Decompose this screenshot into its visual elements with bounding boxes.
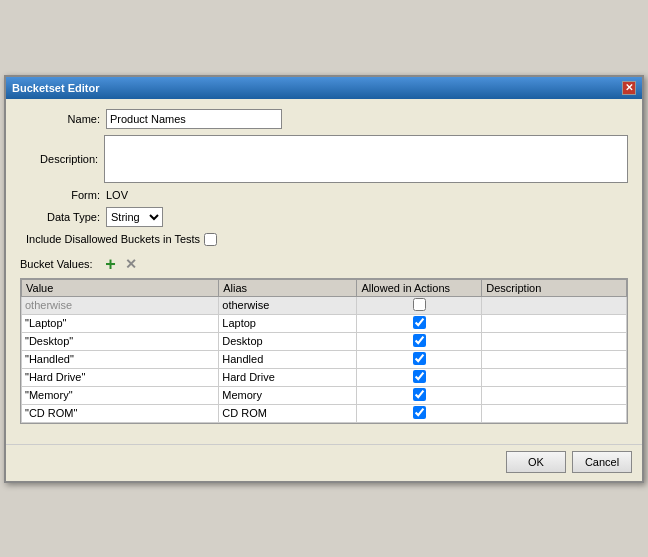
- cell-allowed[interactable]: [357, 296, 482, 314]
- add-bucket-button[interactable]: +: [101, 254, 121, 274]
- description-input[interactable]: [485, 335, 623, 347]
- alias-input[interactable]: [222, 353, 353, 365]
- data-type-select[interactable]: String Integer Float Date: [106, 207, 163, 227]
- form-label: Form:: [20, 189, 100, 201]
- description-input[interactable]: [485, 317, 623, 329]
- allowed-checkbox[interactable]: [413, 298, 426, 311]
- bucket-table-container: Value Alias Allowed in Actions Descripti…: [20, 278, 628, 424]
- cell-value[interactable]: [22, 296, 219, 314]
- alias-input[interactable]: [222, 335, 353, 347]
- cell-alias[interactable]: [219, 332, 357, 350]
- cell-allowed[interactable]: [357, 386, 482, 404]
- cell-description[interactable]: [482, 296, 627, 314]
- cell-alias[interactable]: [219, 368, 357, 386]
- description-row: Description:: [20, 135, 628, 183]
- cell-value[interactable]: [22, 350, 219, 368]
- alias-input[interactable]: [222, 317, 353, 329]
- table-row: [22, 314, 627, 332]
- cell-value[interactable]: [22, 314, 219, 332]
- dialog-footer: OK Cancel: [6, 444, 642, 481]
- cell-allowed[interactable]: [357, 350, 482, 368]
- table-row: [22, 296, 627, 314]
- cell-alias[interactable]: [219, 386, 357, 404]
- cell-value[interactable]: [22, 368, 219, 386]
- data-type-label: Data Type:: [20, 211, 100, 223]
- alias-input[interactable]: [222, 371, 353, 383]
- description-input[interactable]: [485, 389, 623, 401]
- cell-description[interactable]: [482, 404, 627, 422]
- allowed-checkbox[interactable]: [413, 406, 426, 419]
- include-disallowed-row: Include Disallowed Buckets in Tests: [20, 233, 628, 246]
- allowed-checkbox[interactable]: [413, 352, 426, 365]
- table-row: [22, 350, 627, 368]
- cell-alias[interactable]: [219, 314, 357, 332]
- bucket-values-header: Bucket Values: + ✕: [20, 254, 628, 274]
- table-row: [22, 404, 627, 422]
- allowed-checkbox[interactable]: [413, 334, 426, 347]
- data-type-row: Data Type: String Integer Float Date: [20, 207, 628, 227]
- cell-alias[interactable]: [219, 296, 357, 314]
- description-input[interactable]: [485, 371, 623, 383]
- allowed-checkbox[interactable]: [413, 370, 426, 383]
- form-row: Form: LOV: [20, 189, 628, 201]
- include-disallowed-label: Include Disallowed Buckets in Tests: [26, 233, 200, 245]
- allowed-checkbox[interactable]: [413, 316, 426, 329]
- dialog-title: Bucketset Editor: [12, 82, 99, 94]
- cell-description[interactable]: [482, 332, 627, 350]
- bucket-table: Value Alias Allowed in Actions Descripti…: [21, 279, 627, 423]
- include-disallowed-checkbox[interactable]: [204, 233, 217, 246]
- col-header-value: Value: [22, 279, 219, 296]
- alias-input[interactable]: [222, 299, 353, 311]
- alias-input[interactable]: [222, 389, 353, 401]
- value-input[interactable]: [25, 371, 215, 383]
- description-input[interactable]: [485, 407, 623, 419]
- col-header-alias: Alias: [219, 279, 357, 296]
- form-value: LOV: [106, 189, 128, 201]
- cancel-button[interactable]: Cancel: [572, 451, 632, 473]
- name-input[interactable]: [106, 109, 282, 129]
- cell-allowed[interactable]: [357, 314, 482, 332]
- description-input[interactable]: [485, 353, 623, 365]
- cell-allowed[interactable]: [357, 368, 482, 386]
- description-input[interactable]: [485, 299, 623, 311]
- cell-description[interactable]: [482, 368, 627, 386]
- allowed-checkbox[interactable]: [413, 388, 426, 401]
- name-label: Name:: [20, 113, 100, 125]
- table-row: [22, 332, 627, 350]
- name-row: Name:: [20, 109, 628, 129]
- cell-allowed[interactable]: [357, 404, 482, 422]
- value-input[interactable]: [25, 299, 215, 311]
- value-input[interactable]: [25, 407, 215, 419]
- alias-input[interactable]: [222, 407, 353, 419]
- close-button[interactable]: ✕: [622, 81, 636, 95]
- value-input[interactable]: [25, 317, 215, 329]
- cell-allowed[interactable]: [357, 332, 482, 350]
- value-input[interactable]: [25, 353, 215, 365]
- description-textarea[interactable]: [104, 135, 628, 183]
- ok-button[interactable]: OK: [506, 451, 566, 473]
- cell-alias[interactable]: [219, 350, 357, 368]
- col-header-description: Description: [482, 279, 627, 296]
- bucket-values-label: Bucket Values:: [20, 258, 93, 270]
- value-input[interactable]: [25, 335, 215, 347]
- cell-description[interactable]: [482, 314, 627, 332]
- cell-value[interactable]: [22, 332, 219, 350]
- cell-description[interactable]: [482, 386, 627, 404]
- value-input[interactable]: [25, 389, 215, 401]
- col-header-allowed: Allowed in Actions: [357, 279, 482, 296]
- dialog-body: Name: Description: Form: LOV Data Type: …: [6, 99, 642, 444]
- table-row: [22, 368, 627, 386]
- cell-value[interactable]: [22, 404, 219, 422]
- cell-description[interactable]: [482, 350, 627, 368]
- table-row: [22, 386, 627, 404]
- title-bar: Bucketset Editor ✕: [6, 77, 642, 99]
- cell-value[interactable]: [22, 386, 219, 404]
- remove-bucket-button[interactable]: ✕: [121, 254, 141, 274]
- table-header-row: Value Alias Allowed in Actions Descripti…: [22, 279, 627, 296]
- description-label: Description:: [20, 153, 98, 165]
- bucketset-editor-dialog: Bucketset Editor ✕ Name: Description: Fo…: [4, 75, 644, 483]
- cell-alias[interactable]: [219, 404, 357, 422]
